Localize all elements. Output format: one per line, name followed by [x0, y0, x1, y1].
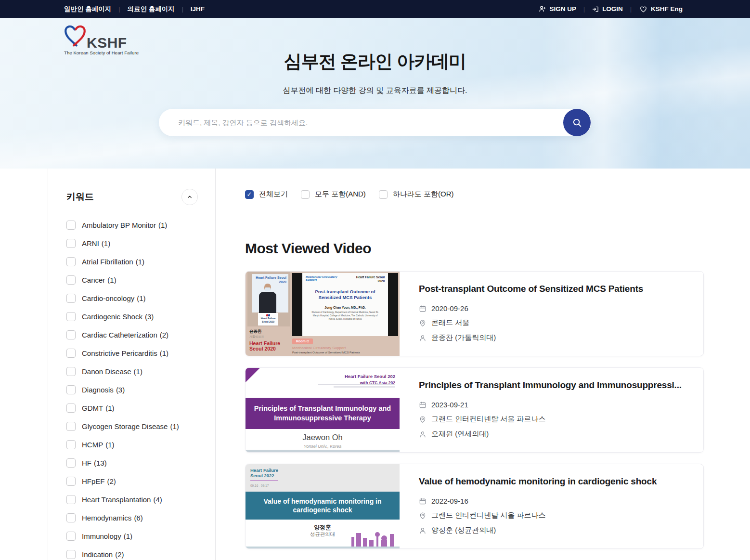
keyword-label: HCMP	[82, 441, 103, 449]
video-location: 콘래드 서울	[431, 318, 469, 327]
keyword-label: Indication	[82, 550, 113, 559]
video-card[interactable]: Heart Failure Seoul 202 with CTC Asia 20…	[245, 367, 704, 453]
filter-label: 하나라도 포함(OR)	[393, 190, 454, 199]
keyword-count: (4)	[153, 495, 162, 504]
chevron-up-icon	[186, 194, 193, 200]
checkbox[interactable]	[66, 458, 76, 468]
video-speaker-row: 윤종찬 (가톨릭의대)	[419, 333, 643, 342]
video-card[interactable]: Heart Failure Seoul 2020 Heart Failure S…	[245, 271, 704, 356]
collapse-panel-button[interactable]	[181, 189, 198, 205]
divider: |	[182, 6, 183, 13]
keyword-filter-item[interactable]: HF(13)	[66, 458, 198, 468]
video-thumbnail: Heart Failure Seoul 2020 Heart Failure S…	[246, 272, 400, 356]
keyword-filter-item[interactable]: Ambulatory BP Monitor(1)	[66, 220, 198, 230]
checkbox[interactable]	[66, 257, 76, 266]
keyword-label: GDMT	[82, 404, 103, 412]
slide-conference: Heart Failure Seoul 2022	[250, 468, 278, 479]
checkbox[interactable]	[301, 190, 310, 199]
keyword-filter-item[interactable]: Cardiac Catheterization(2)	[66, 330, 198, 339]
keyword-filter-item[interactable]: Immunology(1)	[66, 531, 198, 541]
checkbox-checked[interactable]	[245, 190, 254, 199]
checkbox[interactable]	[66, 312, 76, 321]
slide-speaker: Jaewon Oh	[246, 433, 400, 442]
keyword-filter-item[interactable]: Cardiogenic Shock(3)	[66, 312, 198, 321]
keyword-filter-item[interactable]: Glycogen Storage Disease(1)	[66, 421, 198, 431]
location-pin-icon	[419, 319, 427, 327]
checkbox[interactable]	[66, 404, 76, 413]
checkbox[interactable]	[66, 550, 76, 559]
keyword-filter-item[interactable]: GDMT(1)	[66, 403, 198, 413]
keyword-filter-item[interactable]: Heart Transplantation(4)	[66, 495, 198, 504]
search-bar	[159, 109, 591, 136]
video-date: 2022-09-16	[431, 497, 468, 505]
slide-conference: Heart Failure Seoul 2020	[349, 275, 385, 283]
kshf-eng-label: KSHF Eng	[651, 5, 683, 13]
filter-option-and[interactable]: 모두 포함(AND)	[301, 190, 366, 199]
filter-option-or[interactable]: 하나라도 포함(OR)	[379, 190, 454, 199]
video-title: Principles of Transplant Immunology and …	[419, 380, 682, 391]
checkbox[interactable]	[66, 513, 76, 522]
keyword-count: (3)	[145, 313, 154, 321]
speaker-caption-name: 윤종찬	[249, 329, 262, 335]
podium-poster: Heart Failure Seoul 2020	[258, 313, 278, 326]
signup-label: SIGN UP	[549, 5, 576, 13]
speaker-caption-affil: 가톨릭의대	[249, 335, 264, 339]
checkbox[interactable]	[66, 239, 76, 248]
keyword-filter-item[interactable]: Atrial Fibrillation(1)	[66, 257, 198, 266]
keyword-count: (1)	[158, 221, 167, 229]
keyword-label: Hemodynamics	[82, 514, 131, 522]
keyword-filter-item[interactable]: Danon Disease(1)	[66, 366, 198, 376]
nav-ijhf[interactable]: IJHF	[191, 5, 205, 13]
filter-label: 전체보기	[259, 190, 288, 199]
keyword-count: (2)	[115, 550, 124, 559]
person-icon	[419, 430, 427, 438]
checkbox[interactable]	[66, 532, 76, 541]
keyword-filter-item[interactable]: Cardio-oncology(1)	[66, 293, 198, 303]
search-mode-filters: 전체보기 모두 포함(AND) 하나라도 포함(OR)	[245, 190, 750, 199]
checkbox[interactable]	[66, 221, 76, 230]
search-button[interactable]	[563, 109, 591, 136]
keyword-filter-item[interactable]: Cancer(1)	[66, 275, 198, 285]
nav-medical-homepage[interactable]: 의료인 홈페이지	[127, 5, 174, 13]
signup-link[interactable]: SIGN UP	[539, 5, 576, 13]
keyword-filter-panel: 키워드 Ambulatory BP Monitor(1) ARNI(1) Atr…	[48, 169, 216, 560]
location-pin-icon	[419, 416, 427, 423]
keyword-count: (1)	[105, 441, 114, 449]
keyword-filter-item[interactable]: HFpEF(2)	[66, 476, 198, 486]
checkbox[interactable]	[379, 190, 388, 199]
keyword-filter-item[interactable]: Constrictive Pericarditis(1)	[66, 348, 198, 358]
search-input[interactable]	[159, 109, 591, 136]
video-title: Post-transplant Outcome of Sensitized MC…	[419, 284, 643, 294]
keyword-filter-item[interactable]: ARNI(1)	[66, 238, 198, 248]
nav-public-homepage[interactable]: 일반인 홈페이지	[64, 5, 111, 13]
keyword-filter-item[interactable]: HCMP(1)	[66, 440, 198, 449]
session-caption: Mechanical Circulatory Support	[292, 346, 346, 350]
filter-option-all[interactable]: 전체보기	[245, 190, 288, 199]
checkbox[interactable]	[66, 385, 76, 394]
slide-title-band: Principles of Transplant Immunology and …	[246, 398, 400, 429]
checkbox[interactable]	[66, 477, 76, 486]
video-card[interactable]: Heart Failure Seoul 2022 09.16 - 09.17 V…	[245, 464, 704, 549]
kshf-eng-link[interactable]: KSHF Eng	[639, 5, 683, 13]
city-skyline-graphic	[349, 529, 398, 547]
keyword-filter-item[interactable]: Indication(2)	[66, 549, 198, 559]
keyword-filter-item[interactable]: Diagnosis(3)	[66, 385, 198, 394]
checkbox[interactable]	[66, 275, 76, 285]
checkbox[interactable]	[66, 495, 76, 504]
checkbox[interactable]	[66, 440, 76, 449]
login-link[interactable]: LOGIN	[592, 5, 623, 13]
person-icon	[419, 334, 427, 342]
keyword-label: Cardiac Catheterization	[82, 331, 157, 339]
checkbox[interactable]	[66, 294, 76, 303]
checkbox[interactable]	[66, 349, 76, 358]
slide-session: Mechanical Circulatory Support	[306, 275, 349, 281]
filter-label: 모두 포함(AND)	[315, 190, 366, 199]
slide-title-band: Value of hemodynamic monitoring in cardi…	[246, 492, 400, 520]
checkbox[interactable]	[66, 422, 76, 431]
hero-banner: KSHF The Korean Society of Heart Failure…	[0, 18, 750, 169]
checkbox[interactable]	[66, 367, 76, 376]
top-nav-left: 일반인 홈페이지 | 의료인 홈페이지 | IJHF	[64, 5, 205, 13]
checkbox[interactable]	[66, 330, 76, 339]
keyword-filter-item[interactable]: Hemodynamics(6)	[66, 513, 198, 522]
keyword-label: Glycogen Storage Disease	[82, 422, 168, 430]
